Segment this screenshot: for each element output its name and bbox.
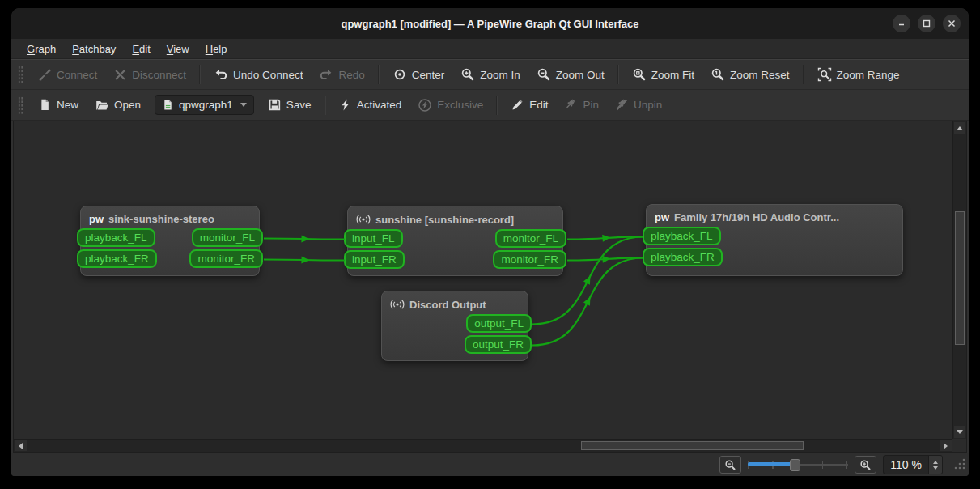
menu-view[interactable]: View (159, 41, 197, 57)
pin-label: Pin (583, 99, 599, 111)
output-port[interactable]: monitor_FR (493, 250, 566, 269)
patchbay-select[interactable]: qpwgraph1 (155, 95, 254, 115)
input-port[interactable]: playback_FR (77, 249, 157, 268)
pin-button: Pin (557, 94, 606, 116)
unpin-button: Unpin (608, 94, 669, 116)
input-port[interactable]: playback_FL (77, 228, 155, 247)
graph-canvas: pw sink-sunshine-stereo playback_FL moni… (13, 121, 967, 453)
scroll-right-button[interactable] (940, 440, 952, 451)
menu-graph[interactable]: Graph (19, 41, 63, 57)
menu-graph-label: raph (35, 43, 56, 55)
input-port[interactable]: input_FR (344, 250, 405, 269)
maximize-button[interactable] (918, 15, 935, 32)
zoom-out-label: Zoom Out (556, 69, 605, 81)
connection-wire[interactable] (567, 258, 643, 261)
wire-arrow-icon (602, 255, 611, 263)
edit-label: Edit (529, 99, 548, 111)
connection-wire[interactable] (264, 260, 345, 261)
wire-arrow-icon (583, 274, 594, 285)
broadcast-icon (390, 298, 405, 311)
output-port[interactable]: monitor_FL (495, 229, 566, 248)
menu-edit[interactable]: Edit (125, 41, 157, 57)
menu-view-label: iew (173, 43, 189, 55)
center-button[interactable]: Center (385, 63, 452, 86)
toolbar-separator (803, 65, 804, 84)
zoom-slider-handle[interactable] (790, 459, 800, 471)
new-button[interactable]: New (31, 94, 86, 116)
exclusive-bolt-circle-icon (418, 98, 432, 113)
spin-up-icon (933, 461, 938, 464)
close-icon (948, 16, 956, 31)
toolbar-separator (496, 96, 498, 115)
zoom-spinbox[interactable]: 110 % (883, 455, 943, 474)
file-toolbar: New Open qpwgraph1 Save Activated Exclus… (11, 90, 969, 121)
menu-help-mnemonic: H (206, 43, 213, 55)
zoom-slider[interactable] (748, 457, 848, 472)
node-family-hd-audio[interactable]: pw Family 17h/19h HD Audio Contr... play… (646, 204, 903, 276)
toolbar-separator (378, 65, 380, 84)
statusbar-zoom-in-button[interactable] (855, 456, 876, 474)
resize-grip[interactable] (953, 457, 966, 474)
open-button[interactable]: Open (87, 94, 148, 117)
node-sunshine[interactable]: sunshine [sunshine-record] input_FL moni… (347, 206, 563, 276)
vertical-scrollbar-thumb[interactable] (955, 211, 965, 345)
edit-button[interactable]: Edit (503, 94, 555, 116)
output-port[interactable]: monitor_FL (192, 228, 263, 247)
activated-button[interactable]: Activated (332, 94, 409, 116)
node-title-text: sink-sunshine-stereo (108, 213, 214, 225)
zoom-range-button[interactable]: Zoom Range (810, 63, 907, 86)
toolbar-drag-handle[interactable] (18, 66, 23, 83)
broadcast-icon (356, 213, 371, 226)
zoom-out-button[interactable]: Zoom Out (529, 63, 612, 86)
output-port[interactable]: output_FR (465, 335, 532, 354)
toolbar-separator (325, 96, 326, 115)
zoom-reset-button[interactable]: Zoom Reset (703, 63, 797, 86)
menu-view-mnemonic: V (167, 43, 173, 55)
menu-graph-mnemonic: G (27, 43, 35, 55)
zoom-range-label: Zoom Range (837, 69, 900, 81)
output-port[interactable]: monitor_FR (189, 249, 263, 268)
node-discord-output[interactable]: Discord Output output_FL output_FR (381, 291, 528, 361)
zoom-spinbox-steppers[interactable] (928, 456, 942, 474)
undo-connect-button[interactable]: Undo Connect (206, 63, 310, 86)
node-title: pw sink-sunshine-stereo (81, 206, 259, 228)
new-label: New (57, 99, 78, 111)
center-label: Center (412, 69, 445, 81)
connection-wires (14, 121, 966, 452)
wire-arrow-icon (602, 234, 611, 242)
scroll-up-button[interactable] (954, 122, 965, 134)
app-window: qpwgraph1 [modified] — A PipeWire Graph … (11, 8, 969, 476)
menu-patchbay-label: atchbay (79, 43, 117, 55)
menu-patchbay[interactable]: Patchbay (65, 41, 123, 57)
scroll-down-button[interactable] (954, 426, 965, 438)
arrow-right-icon (944, 443, 948, 449)
node-title: pw Family 17h/19h HD Audio Contr... (647, 205, 902, 227)
menu-help[interactable]: Help (198, 41, 235, 57)
zoom-fit-button[interactable]: Zoom Fit (625, 63, 702, 86)
output-port[interactable]: output_FL (466, 314, 532, 333)
input-port[interactable]: playback_FR (643, 248, 723, 266)
vertical-scrollbar[interactable] (952, 121, 966, 439)
horizontal-scrollbar[interactable] (14, 439, 952, 452)
statusbar-zoom-out-button[interactable] (719, 456, 741, 474)
chevron-down-icon (240, 103, 247, 107)
save-button[interactable]: Save (261, 94, 319, 116)
input-port[interactable]: playback_FL (643, 227, 721, 245)
horizontal-scrollbar-thumb[interactable] (581, 441, 804, 450)
arrow-down-icon (957, 430, 963, 434)
close-button[interactable] (943, 15, 961, 32)
scroll-left-button[interactable] (15, 440, 27, 451)
connection-wire[interactable] (567, 237, 643, 240)
activated-bolt-icon (339, 98, 352, 112)
zoom-in-button[interactable]: Zoom In (453, 63, 528, 86)
toolbar-drag-handle[interactable] (18, 96, 23, 114)
connection-wire[interactable] (264, 239, 345, 240)
zoom-value[interactable]: 110 % (884, 456, 928, 474)
input-port[interactable]: input_FL (344, 229, 403, 248)
node-title: sunshine [sunshine-record] (348, 206, 562, 229)
zoom-reset-label: Zoom Reset (730, 69, 790, 81)
minimize-button[interactable] (893, 15, 910, 32)
activated-label: Activated (357, 99, 402, 111)
unpin-icon (615, 98, 629, 112)
node-sink-sunshine-stereo[interactable]: pw sink-sunshine-stereo playback_FL moni… (80, 206, 260, 276)
